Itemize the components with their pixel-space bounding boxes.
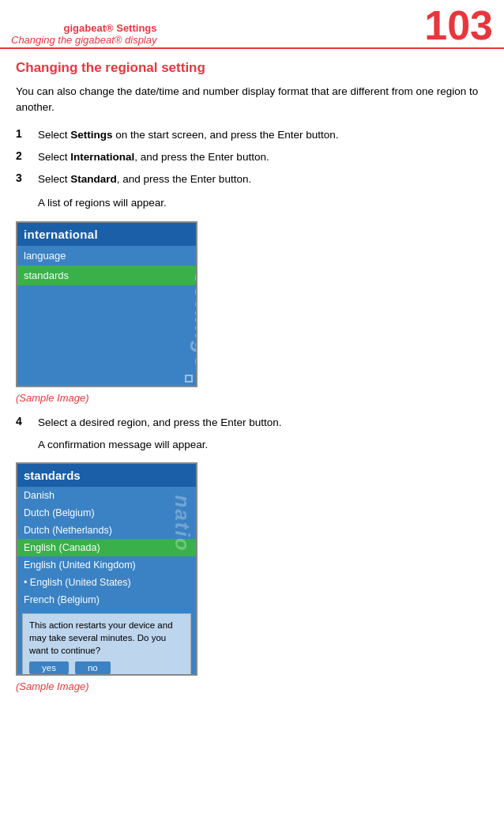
step-3-num: 3: [16, 171, 38, 184]
dialog-buttons: yes no: [29, 661, 184, 674]
header-title-block: gigabeat® Settings Changing the gigabeat…: [11, 22, 157, 46]
step-2: 2 Select International, and press the En…: [16, 149, 488, 165]
dialog-yes-button[interactable]: yes: [29, 661, 69, 674]
dialog-no-button[interactable]: no: [75, 661, 111, 674]
step-1-post: on the start screen, and press the Enter…: [113, 129, 339, 141]
step-1: 1 Select Settings on the start screen, a…: [16, 127, 488, 143]
screen1-item-standards: standards: [17, 266, 196, 285]
step-2-num: 2: [16, 149, 38, 162]
page-number: 103: [424, 5, 493, 46]
step-4: 4 Select a desired region, and press the…: [16, 415, 488, 431]
screen2-image: standards Danish Dutch (Belgium) Dutch (…: [16, 462, 197, 676]
step4-note: A confirmation message will appear.: [38, 437, 488, 453]
screen2-watermark: natio: [169, 495, 194, 552]
screen1-title: international: [17, 223, 196, 246]
step-2-post: , and press the Enter button.: [134, 151, 269, 163]
screen2-item-french-be: French (Belgium): [17, 591, 196, 609]
steps-list: 1 Select Settings on the start screen, a…: [16, 127, 488, 188]
screen2-item-english-us: • English (United States): [17, 574, 196, 591]
screen1-inner: international language standards setting…: [17, 223, 196, 386]
screen2-dialog: This action restarts your device and may…: [22, 613, 191, 676]
screen2-item-english-uk: English (United Kingdom): [17, 556, 196, 574]
intro-text: You can also change the date/time and nu…: [16, 84, 488, 116]
screen1-corner-icon: [185, 375, 193, 382]
screen1-watermark: settings: [190, 272, 197, 369]
step-2-bold: International: [70, 151, 134, 163]
screen1-item-language: language: [17, 246, 196, 266]
dialog-text: This action restarts your device and may…: [29, 619, 184, 657]
header-title-sub: Changing the gigabeat® display: [11, 34, 157, 46]
step-3-bold: Standard: [70, 173, 117, 185]
header-title-main: gigabeat® Settings: [11, 22, 157, 34]
step-4-text: Select a desired region, and press the E…: [38, 415, 281, 431]
step-3-text: Select Standard, and press the Enter but…: [38, 171, 251, 187]
step-1-num: 1: [16, 127, 38, 140]
screen2-title: standards: [17, 464, 196, 487]
step-1-text: Select Settings on the start screen, and…: [38, 127, 338, 143]
screen1-image: international language standards setting…: [16, 221, 197, 387]
sample-label-2: (Sample Image): [16, 680, 488, 692]
page-content: Changing the regional setting You can al…: [0, 49, 504, 719]
page-header: gigabeat® Settings Changing the gigabeat…: [0, 0, 504, 49]
section-title: Changing the regional setting: [16, 60, 488, 76]
step-4-num: 4: [16, 415, 38, 428]
step3-note: A list of regions will appear.: [38, 195, 488, 211]
sample-label-1: (Sample Image): [16, 392, 488, 404]
step-2-text: Select International, and press the Ente…: [38, 149, 269, 165]
step-3: 3 Select Standard, and press the Enter b…: [16, 171, 488, 187]
step-3-post: , and press the Enter button.: [117, 173, 251, 185]
step-1-bold: Settings: [70, 129, 112, 141]
